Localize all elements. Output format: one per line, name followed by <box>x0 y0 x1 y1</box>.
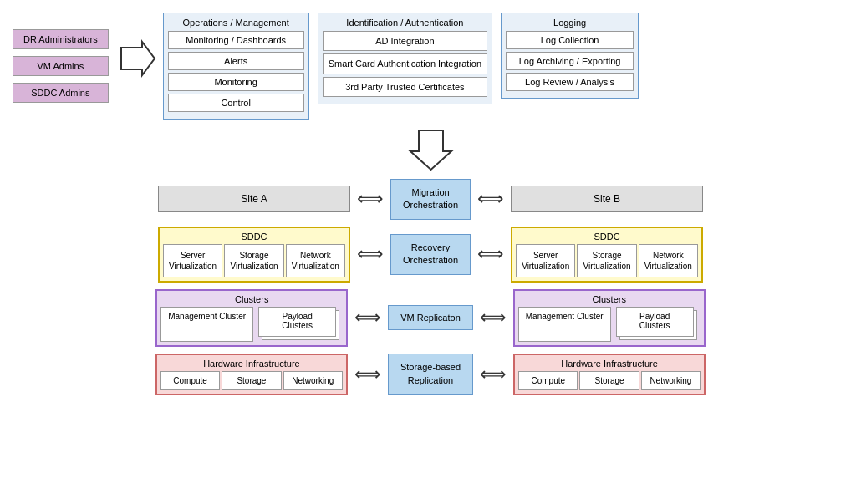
id-auth-title: Identification / Authentication <box>323 18 487 28</box>
sddc-right-item-2: Network Virtualization <box>639 244 698 277</box>
logging-title: Logging <box>506 18 634 28</box>
clusters-left: Clusters Management Cluster Payload Clus… <box>155 289 348 347</box>
sddc-right-title: SDDC <box>516 232 698 242</box>
payload-left-front: Payload Clusters <box>258 307 336 337</box>
id-auth-item-1: Smart Card Authentication Integration <box>323 53 487 74</box>
hw-left-item-1: Storage <box>222 371 281 390</box>
sddc-right-item-1: Storage Virtualization <box>577 244 636 277</box>
down-arrow-container <box>8 126 853 172</box>
hw-left: Hardware Infrastructure Compute Storage … <box>155 354 348 395</box>
clusters-row: Clusters Management Cluster Payload Clus… <box>8 289 853 347</box>
site-a-box: Site A <box>158 186 350 212</box>
hw-row: Hardware Infrastructure Compute Storage … <box>8 354 853 395</box>
hw-right-title: Hardware Infrastructure <box>518 359 701 369</box>
double-arrow-4: ⟺ <box>477 243 504 265</box>
sddc-left-item-2: Network Virtualization <box>286 244 345 277</box>
double-arrow-7: ⟺ <box>354 364 381 385</box>
vm-admin-box: VM Admins <box>13 56 109 76</box>
clusters-left-inner: Management Cluster Payload Clusters <box>160 307 343 342</box>
arrow-right <box>117 38 159 79</box>
clusters-right-title: Clusters <box>518 294 701 304</box>
id-auth-item-0: AD Integration <box>323 31 487 51</box>
mid-section: Site A ⟺ Migration Orchestration ⟺ Site … <box>8 179 853 395</box>
sddc-right-item-0: Server Virtualization <box>516 244 575 277</box>
sddc-right: SDDC Server Virtualization Storage Virtu… <box>511 227 703 283</box>
site-b-box: Site B <box>511 186 703 212</box>
recovery-orch-box: Recovery Orchestration <box>390 234 471 275</box>
logging-item-1: Log Archiving / Exporting <box>506 52 634 70</box>
hw-right-item-1: Storage <box>579 371 639 390</box>
double-arrow-8: ⟺ <box>480 364 507 385</box>
ops-item-3: Control <box>168 94 304 112</box>
cluster-left-mgmt: Management Cluster <box>160 307 253 342</box>
sddc-row: SDDC Server Virtualization Storage Virtu… <box>8 227 853 283</box>
storage-rep-box: Storage-based Replication <box>388 354 473 395</box>
logging-box: Logging Log Collection Log Archiving / E… <box>501 13 639 99</box>
sddc-left-title: SDDC <box>163 232 345 242</box>
logging-item-2: Log Review / Analysis <box>506 73 634 91</box>
double-arrow-3: ⟺ <box>357 243 384 265</box>
clusters-left-title: Clusters <box>160 294 343 304</box>
sddc-admin-box: SDDC Admins <box>13 83 109 103</box>
down-arrow-svg <box>408 126 454 172</box>
logging-item-0: Log Collection <box>506 31 634 49</box>
ops-mgmt-box: Operations / Management Monitoring / Das… <box>163 13 309 120</box>
ops-mgmt-title: Operations / Management <box>168 18 304 28</box>
double-arrow-6: ⟺ <box>480 307 507 328</box>
hw-left-item-2: Networking <box>283 371 343 390</box>
hw-left-title: Hardware Infrastructure <box>160 359 343 369</box>
double-arrow-5: ⟺ <box>354 307 381 328</box>
vm-replication-box: VM Replicaton <box>388 305 473 330</box>
sddc-right-inner: Server Virtualization Storage Virtualiza… <box>516 244 698 277</box>
svg-marker-1 <box>410 130 451 170</box>
payload-right-front: Payload Clusters <box>616 307 694 337</box>
hw-left-inner: Compute Storage Networking <box>160 371 343 390</box>
sddc-left-inner: Server Virtualization Storage Virtualiza… <box>163 244 345 277</box>
sddc-left-item-0: Server Virtualization <box>163 244 222 277</box>
ops-item-0: Monitoring / Dashboards <box>168 31 304 49</box>
id-auth-item-2: 3rd Party Trusted Certificates <box>323 77 487 97</box>
migration-orch-box: Migration Orchestration <box>390 179 471 220</box>
cluster-right-mgmt: Management Cluster <box>518 307 611 342</box>
diagram: DR Administrators VM Admins SDDC Admins … <box>0 0 861 504</box>
hw-right-item-0: Compute <box>518 371 578 390</box>
dr-admin-box: DR Administrators <box>13 29 109 49</box>
double-arrow-1: ⟺ <box>357 188 384 210</box>
hw-right-inner: Compute Storage Networking <box>518 371 701 390</box>
ops-item-1: Alerts <box>168 52 304 70</box>
admin-boxes: DR Administrators VM Admins SDDC Admins <box>13 29 109 103</box>
double-arrow-2: ⟺ <box>477 188 504 210</box>
hw-left-item-0: Compute <box>160 371 220 390</box>
hw-right: Hardware Infrastructure Compute Storage … <box>513 354 706 395</box>
svg-marker-0 <box>121 42 155 75</box>
hw-right-item-2: Networking <box>641 371 701 390</box>
ops-item-2: Monitoring <box>168 73 304 91</box>
sddc-left: SDDC Server Virtualization Storage Virtu… <box>158 227 350 283</box>
id-auth-box: Identification / Authentication AD Integ… <box>318 13 492 104</box>
sddc-left-item-1: Storage Virtualization <box>224 244 283 277</box>
clusters-right: Clusters Management Cluster Payload Clus… <box>513 289 706 347</box>
clusters-right-inner: Management Cluster Payload Clusters <box>518 307 701 342</box>
top-row: DR Administrators VM Admins SDDC Admins … <box>13 13 853 120</box>
site-row: Site A ⟺ Migration Orchestration ⟺ Site … <box>8 179 853 220</box>
